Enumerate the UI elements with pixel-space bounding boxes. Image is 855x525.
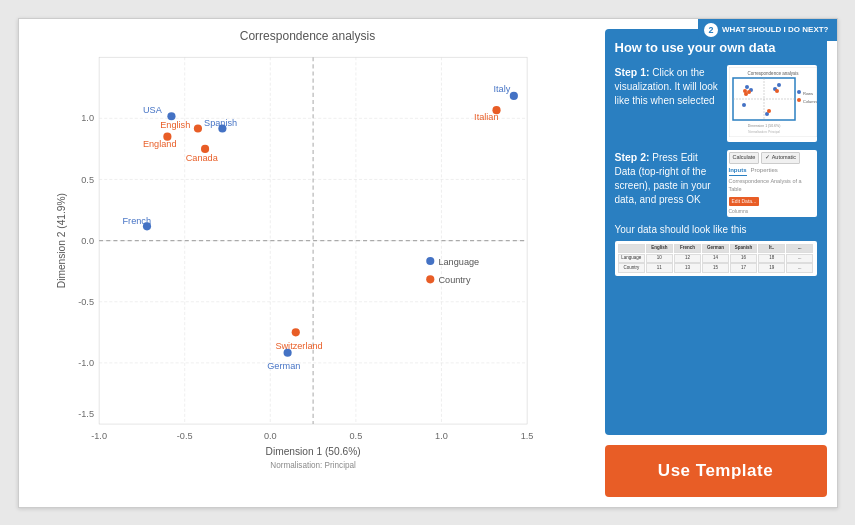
grid-r1-c6: ... [786, 254, 814, 263]
svg-point-27 [509, 91, 517, 99]
grid-r1-c1: 10 [646, 254, 674, 263]
info-box-title: How to use your own data [615, 39, 817, 57]
calculate-btn: Calculate [729, 152, 760, 164]
svg-text:Dimension 1 (50.6%): Dimension 1 (50.6%) [747, 124, 780, 128]
svg-point-45 [283, 348, 291, 356]
svg-point-33 [193, 124, 201, 132]
svg-point-69 [797, 98, 801, 102]
grid-header-4: Spanish [730, 244, 758, 253]
grid-header-2: French [674, 244, 702, 253]
svg-text:Normalisation: Principal: Normalisation: Principal [748, 130, 780, 134]
main-container: 2 WHAT SHOULD I DO NEXT? Correspondence … [18, 18, 838, 508]
grid-r2-c1: 11 [646, 263, 674, 272]
svg-text:1.0: 1.0 [435, 431, 448, 441]
svg-text:-1.0: -1.0 [91, 431, 107, 441]
badge-text: WHAT SHOULD I DO NEXT? [722, 25, 829, 34]
your-data-label: Your data should look like this [615, 223, 817, 237]
svg-text:0.0: 0.0 [81, 235, 94, 245]
grid-r1-c5: 18 [758, 254, 786, 263]
svg-point-60 [742, 103, 746, 107]
svg-point-67 [797, 90, 801, 94]
inputs-tab: Inputs [729, 166, 747, 176]
step2-text: Step 2: Press Edit Data (top-right of th… [615, 150, 721, 216]
svg-point-58 [745, 85, 749, 89]
svg-text:Columns: Columns [803, 99, 817, 104]
svg-text:-1.0: -1.0 [78, 357, 94, 367]
grid-r2-c2: 13 [674, 263, 702, 272]
edit-data-btn: Edit Data... [729, 197, 760, 206]
automatic-btn: ✓ Automatic [761, 152, 800, 164]
data-table: English French German Spanish It.. ... L… [615, 241, 817, 276]
step2-image: Calculate ✓ Automatic Inputs Properties … [727, 150, 817, 216]
use-template-button[interactable]: Use Template [605, 445, 827, 497]
mini-chart-svg: Correspondence analysis [729, 67, 817, 137]
svg-text:Rows: Rows [803, 91, 813, 96]
grid-r1-c4: 16 [730, 254, 758, 263]
grid-header-6: ... [786, 244, 814, 253]
svg-point-39 [201, 144, 209, 152]
step1-label: Step 1: [615, 66, 650, 78]
svg-text:-0.5: -0.5 [176, 431, 192, 441]
svg-text:Correspondence analysis: Correspondence analysis [747, 71, 799, 76]
svg-text:Country: Country [438, 275, 470, 285]
svg-text:England: England [142, 138, 176, 148]
svg-text:-0.5: -0.5 [78, 296, 94, 306]
svg-text:USA: USA [142, 105, 162, 115]
svg-text:Language: Language [438, 257, 479, 267]
svg-text:0.0: 0.0 [263, 431, 276, 441]
svg-text:0.5: 0.5 [81, 174, 94, 184]
svg-point-56 [777, 83, 781, 87]
svg-text:Spanish: Spanish [204, 118, 237, 128]
step2-label: Step 2: [615, 151, 650, 163]
grid-r2-c0: Country [618, 263, 646, 272]
svg-text:1.0: 1.0 [81, 113, 94, 123]
grid-header-3: German [702, 244, 730, 253]
right-panel: How to use your own data Step 1: Click o… [597, 19, 837, 507]
svg-point-47 [426, 256, 434, 264]
grid-r1-c3: 14 [702, 254, 730, 263]
columns-label: Columns [729, 208, 815, 215]
badge-number: 2 [704, 23, 718, 37]
step2-desc: Correspondence Analysis of a Table [729, 178, 815, 193]
svg-text:0.5: 0.5 [349, 431, 362, 441]
svg-text:Italy: Italy [493, 83, 510, 93]
grid-r2-c3: 15 [702, 263, 730, 272]
correspondence-chart[interactable]: 1.0 0.5 0.0 -0.5 -1.0 -1.5 -1.0 -0.5 0.0… [29, 47, 587, 475]
svg-text:Italian: Italian [474, 112, 498, 122]
step2-block: Step 2: Press Edit Data (top-right of th… [615, 150, 817, 216]
chart-svg[interactable]: 1.0 0.5 0.0 -0.5 -1.0 -1.5 -1.0 -0.5 0.0… [29, 47, 587, 475]
svg-text:French: French [122, 216, 151, 226]
svg-point-66 [767, 109, 771, 113]
step1-block: Step 1: Click on the visualization. It w… [615, 65, 817, 143]
what-next-badge[interactable]: 2 WHAT SHOULD I DO NEXT? [698, 19, 837, 41]
grid-r2-c5: 19 [758, 263, 786, 272]
svg-text:Canada: Canada [185, 153, 218, 163]
grid-r1-c2: 12 [674, 254, 702, 263]
grid-r2-c6: ... [786, 263, 814, 272]
info-box: How to use your own data Step 1: Click o… [605, 29, 827, 435]
svg-text:1.5: 1.5 [520, 431, 533, 441]
svg-text:German: German [267, 361, 300, 371]
svg-text:English: English [160, 119, 190, 129]
grid-r2-c4: 17 [730, 263, 758, 272]
svg-text:Dimension 1 (50.6%): Dimension 1 (50.6%) [265, 445, 360, 456]
grid-header-1: English [646, 244, 674, 253]
svg-text:-1.5: -1.5 [78, 408, 94, 418]
step1-image: Correspondence analysis [727, 65, 817, 143]
svg-text:Normalisation: Principal: Normalisation: Principal [270, 460, 356, 469]
step1-text: Step 1: Click on the visualization. It w… [615, 65, 721, 143]
chart-title: Correspondence analysis [29, 29, 587, 43]
properties-tab: Properties [751, 166, 778, 176]
grid-r1-c0: Language [618, 254, 646, 263]
svg-text:Switzerland: Switzerland [275, 340, 322, 350]
chart-area: Correspondence analysis [19, 19, 597, 507]
data-grid: English French German Spanish It.. ... L… [618, 244, 814, 273]
svg-point-43 [291, 328, 299, 336]
step2-ui-row1: Calculate ✓ Automatic [729, 152, 815, 164]
svg-point-65 [744, 92, 748, 96]
grid-header-0 [618, 244, 646, 253]
svg-text:Dimension 2 (41.9%): Dimension 2 (41.9%) [56, 193, 67, 288]
svg-point-62 [775, 89, 779, 93]
grid-header-5: It.. [758, 244, 786, 253]
svg-point-49 [426, 275, 434, 283]
